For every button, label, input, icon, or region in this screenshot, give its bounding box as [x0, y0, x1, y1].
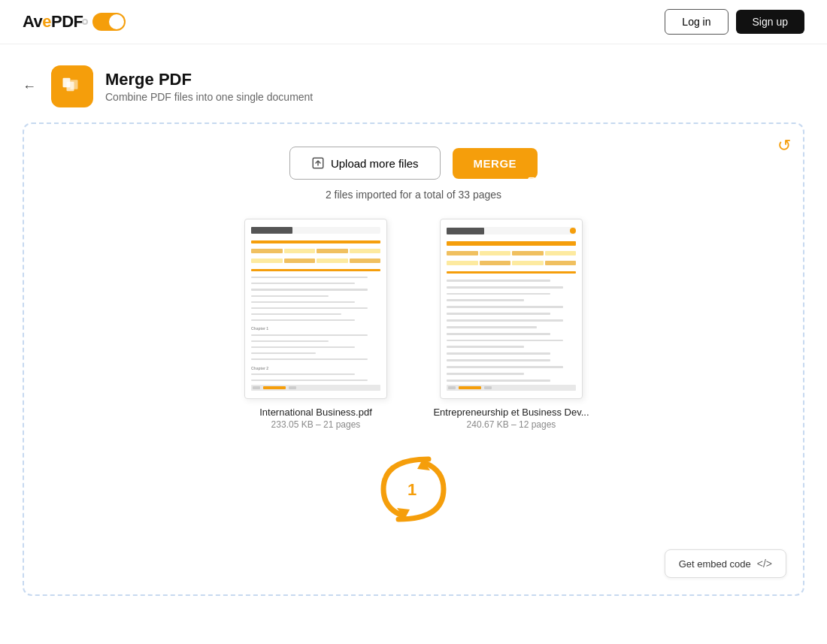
embed-code-label: Get embed code — [679, 558, 751, 570]
refresh-button[interactable]: ↺ — [777, 136, 791, 156]
header: AvePDF Log in Sign up — [0, 0, 827, 44]
upload-icon — [311, 156, 325, 170]
upload-label: Upload more files — [331, 157, 419, 170]
pdf-preview-1: Chapter 1 Chapter 2 — [244, 219, 387, 399]
merge-button[interactable]: MERGE ☞ — [453, 148, 538, 179]
svg-rect-2 — [71, 80, 78, 89]
signup-button[interactable]: Sign up — [736, 10, 804, 34]
embed-code-button[interactable]: Get embed code </> — [665, 549, 786, 578]
toggle-dot — [109, 14, 124, 29]
logo: AvePDF — [23, 12, 83, 32]
action-row: Upload more files MERGE ☞ — [47, 147, 780, 180]
upload-button[interactable]: Upload more files — [289, 147, 441, 180]
pdf-preview-2 — [440, 219, 583, 399]
file-name-1: International Business.pdf — [259, 407, 372, 418]
header-left: AvePDF — [23, 12, 126, 32]
code-brackets-icon: </> — [757, 558, 772, 570]
files-preview-row: Chapter 1 Chapter 2 — [47, 219, 780, 430]
back-button[interactable]: ← — [23, 79, 36, 95]
login-button[interactable]: Log in — [665, 9, 728, 35]
reorder-arrows-icon: 1 — [368, 444, 459, 534]
file-meta-1: 233.05 KB – 21 pages — [271, 419, 361, 430]
page-subtitle: Combine PDF files into one single docume… — [105, 91, 313, 103]
svg-marker-5 — [417, 459, 430, 470]
file-card: Chapter 1 Chapter 2 — [233, 219, 398, 430]
file-name-2: Entrepreneurship et Business Dev... — [433, 407, 589, 418]
header-right: Log in Sign up — [665, 9, 804, 35]
merge-label: MERGE — [474, 157, 517, 170]
svg-marker-4 — [397, 508, 410, 519]
file-meta-2: 240.67 KB – 12 pages — [467, 419, 556, 430]
toggle-ring-icon — [82, 19, 88, 25]
page-title: Merge PDF — [105, 70, 313, 89]
page-header: ← Merge PDF Combine PDF files into one s… — [0, 44, 827, 122]
file-count-text: 2 files imported for a total of 33 pages — [47, 189, 780, 201]
tool-info: Merge PDF Combine PDF files into one sin… — [105, 70, 313, 103]
file-card-2: Entrepreneurship et Business Dev... 240.… — [429, 219, 594, 430]
merge-icon — [61, 75, 83, 98]
theme-toggle[interactable] — [92, 13, 126, 31]
svg-text:1: 1 — [407, 480, 417, 499]
main-drop-area: ↺ Upload more files MERGE ☞ 2 files impo… — [23, 122, 804, 596]
tool-icon — [51, 65, 93, 107]
